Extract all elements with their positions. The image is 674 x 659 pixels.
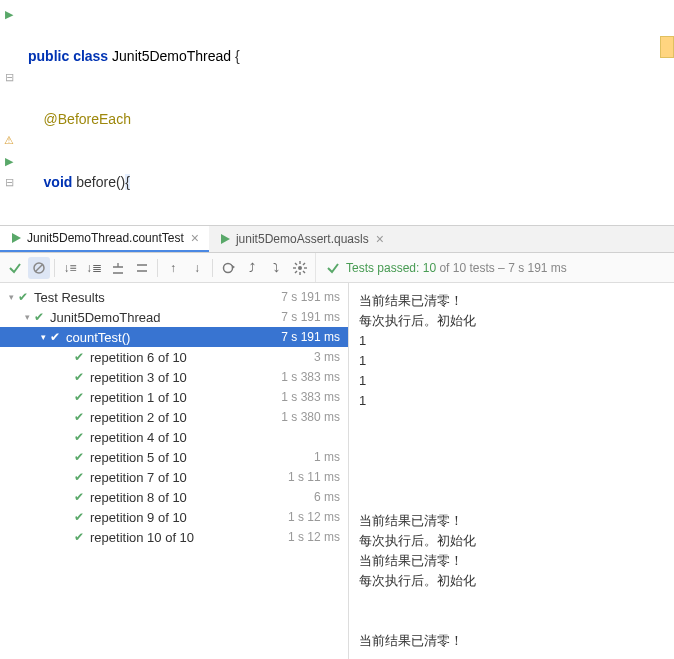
chevron-down-icon[interactable]: ▾ xyxy=(4,292,18,302)
check-icon: ✔ xyxy=(74,390,88,404)
tree-test-item[interactable]: ✔repetition 7 of 101 s 11 ms xyxy=(0,467,348,487)
check-icon: ✔ xyxy=(18,290,32,304)
collapse-all-button[interactable] xyxy=(131,257,153,279)
check-icon: ✔ xyxy=(74,410,88,424)
tab-junit5demothread[interactable]: Junit5DemoThread.countTest × xyxy=(0,226,209,252)
test-toolbar: ↓≡ ↓≣ ↑ ↓ ⤴ ⤵ Tests passed: 10 of 10 tes… xyxy=(0,253,674,283)
settings-button[interactable] xyxy=(289,257,311,279)
check-icon: ✔ xyxy=(74,430,88,444)
code-body[interactable]: public class Junit5DemoThread { @BeforeE… xyxy=(18,4,674,225)
run-gutter-icon[interactable]: ▶ xyxy=(0,151,18,172)
tab-junit5demoassert[interactable]: junit5DemoAssert.quasls × xyxy=(209,226,394,252)
tab-label: Junit5DemoThread.countTest xyxy=(27,231,184,245)
rerun-button[interactable] xyxy=(217,257,239,279)
check-icon: ✔ xyxy=(50,330,64,344)
show-ignored-toggle[interactable] xyxy=(28,257,50,279)
import-button[interactable]: ⤴ xyxy=(241,257,263,279)
sort-alpha-button[interactable]: ↓≡ xyxy=(59,257,81,279)
next-fail-button[interactable]: ↓ xyxy=(186,257,208,279)
fold-icon[interactable]: ⊟ xyxy=(0,172,18,193)
run-gutter-icon[interactable]: ▶ xyxy=(0,4,18,25)
tab-label: junit5DemoAssert.quasls xyxy=(236,232,369,246)
warning-stripe[interactable] xyxy=(660,36,674,58)
show-passed-toggle[interactable] xyxy=(4,257,26,279)
tree-method-node[interactable]: ▾✔countTest()7 s 191 ms xyxy=(0,327,348,347)
svg-line-11 xyxy=(295,263,297,265)
svg-marker-1 xyxy=(221,234,230,244)
console-output[interactable]: 当前结果已清零！ 每次执行后。初始化 1 1 1 1 当前结果已清零！ 每次执行… xyxy=(349,283,674,659)
svg-line-13 xyxy=(295,271,297,273)
expand-all-button[interactable] xyxy=(107,257,129,279)
tree-test-item[interactable]: ✔repetition 1 of 101 s 383 ms xyxy=(0,387,348,407)
tree-test-item[interactable]: ✔repetition 9 of 101 s 12 ms xyxy=(0,507,348,527)
check-icon: ✔ xyxy=(74,530,88,544)
svg-point-6 xyxy=(298,266,302,270)
close-icon[interactable]: × xyxy=(191,230,199,246)
tree-test-item[interactable]: ✔repetition 4 of 10 xyxy=(0,427,348,447)
svg-line-3 xyxy=(35,264,43,272)
check-icon: ✔ xyxy=(74,350,88,364)
check-icon: ✔ xyxy=(74,490,88,504)
svg-point-4 xyxy=(224,263,233,272)
tree-test-item[interactable]: ✔repetition 2 of 101 s 380 ms xyxy=(0,407,348,427)
gear-icon xyxy=(293,261,307,275)
svg-marker-0 xyxy=(12,233,21,243)
svg-line-14 xyxy=(303,263,305,265)
check-icon: ✔ xyxy=(74,470,88,484)
check-icon: ✔ xyxy=(74,450,88,464)
code-editor[interactable]: ▶ ⊟ ⚠ ▶ ⊟ public class Junit5DemoThread … xyxy=(0,0,674,225)
tree-test-item[interactable]: ✔repetition 5 of 101 ms xyxy=(0,447,348,467)
close-icon[interactable]: × xyxy=(376,231,384,247)
play-icon xyxy=(219,233,231,245)
tree-test-item[interactable]: ✔repetition 10 of 101 s 12 ms xyxy=(0,527,348,547)
file-tab-bar: Junit5DemoThread.countTest × junit5DemoA… xyxy=(0,225,674,253)
check-icon: ✔ xyxy=(74,370,88,384)
tree-test-item[interactable]: ✔repetition 6 of 103 ms xyxy=(0,347,348,367)
gutter[interactable]: ▶ ⊟ ⚠ ▶ ⊟ xyxy=(0,4,18,225)
tree-root[interactable]: ▾✔Test Results7 s 191 ms xyxy=(0,287,348,307)
chevron-down-icon[interactable]: ▾ xyxy=(36,332,50,342)
svg-marker-5 xyxy=(232,265,235,269)
test-tree[interactable]: ▾✔Test Results7 s 191 ms ▾✔Junit5DemoThr… xyxy=(0,283,349,659)
prev-fail-button[interactable]: ↑ xyxy=(162,257,184,279)
warn-gutter-icon[interactable]: ⚠ xyxy=(0,130,18,151)
tree-test-item[interactable]: ✔repetition 3 of 101 s 383 ms xyxy=(0,367,348,387)
svg-line-12 xyxy=(303,271,305,273)
chevron-down-icon[interactable]: ▾ xyxy=(20,312,34,322)
play-icon xyxy=(10,232,22,244)
test-status: Tests passed: 10 of 10 tests – 7 s 191 m… xyxy=(316,261,567,275)
check-icon xyxy=(326,261,340,275)
tree-test-item[interactable]: ✔repetition 8 of 106 ms xyxy=(0,487,348,507)
sort-duration-button[interactable]: ↓≣ xyxy=(83,257,105,279)
export-button[interactable]: ⤵ xyxy=(265,257,287,279)
check-icon: ✔ xyxy=(34,310,48,324)
check-icon: ✔ xyxy=(74,510,88,524)
fold-icon[interactable]: ⊟ xyxy=(0,67,18,88)
tree-class-node[interactable]: ▾✔Junit5DemoThread7 s 191 ms xyxy=(0,307,348,327)
